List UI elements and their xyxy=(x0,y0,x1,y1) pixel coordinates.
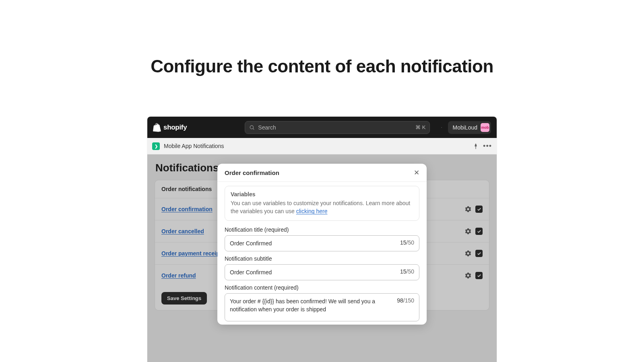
title-value: Order Confirmed xyxy=(230,239,396,247)
modal-body: Variables You can use variables to custo… xyxy=(217,182,427,321)
notification-subtitle-input[interactable]: Order Confirmed 15/50 xyxy=(225,264,419,280)
title-counter: 15/50 xyxy=(400,239,414,246)
app-icon: ❯ xyxy=(152,142,160,150)
variables-text: You can use variables to customize your … xyxy=(231,199,413,216)
search-icon xyxy=(249,125,255,130)
variables-title: Variables xyxy=(231,191,413,197)
svg-line-1 xyxy=(253,128,254,130)
shopify-wordmark: shopify xyxy=(163,123,187,132)
content-label: Notification content (required) xyxy=(225,284,419,291)
content-counter: 98/150 xyxy=(397,297,414,304)
subtitle-counter: 15/50 xyxy=(400,268,414,275)
app-frame: shopify Search ⌘ K MobiLoud mob ❯ Mobile… xyxy=(147,117,497,362)
app-subbar: ❯ Mobile App Notifications ••• xyxy=(147,138,497,154)
account-menu[interactable]: MobiLoud mob xyxy=(448,121,491,134)
account-name: MobiLoud xyxy=(453,124,478,131)
title-label: Notification title (required) xyxy=(225,226,419,233)
pin-icon[interactable] xyxy=(473,143,479,149)
close-icon[interactable]: ✕ xyxy=(414,169,419,176)
subtitle-value: Order Confirmed xyxy=(230,268,396,276)
modal-title: Order confirmation xyxy=(225,169,279,176)
subtitle-label: Notification subtitle xyxy=(225,255,419,262)
topbar: shopify Search ⌘ K MobiLoud mob xyxy=(147,117,497,138)
notifications-icon[interactable] xyxy=(441,124,442,131)
more-icon[interactable]: ••• xyxy=(483,142,492,150)
avatar: mob xyxy=(481,123,489,132)
main-area: Notifications Order notifications Order … xyxy=(147,154,497,362)
variables-link[interactable]: clicking here xyxy=(296,208,328,214)
svg-point-0 xyxy=(250,125,254,129)
content-value: Your order # {{id}} has been confirmed! … xyxy=(230,297,393,314)
modal-header: Order confirmation ✕ xyxy=(217,164,427,182)
notification-title-input[interactable]: Order Confirmed 15/50 xyxy=(225,235,419,251)
shopify-bag-icon xyxy=(153,123,161,132)
variables-info: Variables You can use variables to custo… xyxy=(225,186,419,221)
search-placeholder: Search xyxy=(258,124,412,131)
search-shortcut: ⌘ K xyxy=(415,124,425,130)
hero-title: Configure the content of each notificati… xyxy=(0,56,644,76)
order-confirmation-modal: Order confirmation ✕ Variables You can u… xyxy=(217,164,427,325)
search-input[interactable]: Search ⌘ K xyxy=(245,121,430,134)
app-name: Mobile App Notifications xyxy=(164,143,224,149)
notification-content-input[interactable]: Your order # {{id}} has been confirmed! … xyxy=(225,293,419,321)
shopify-logo[interactable]: shopify xyxy=(153,123,187,132)
